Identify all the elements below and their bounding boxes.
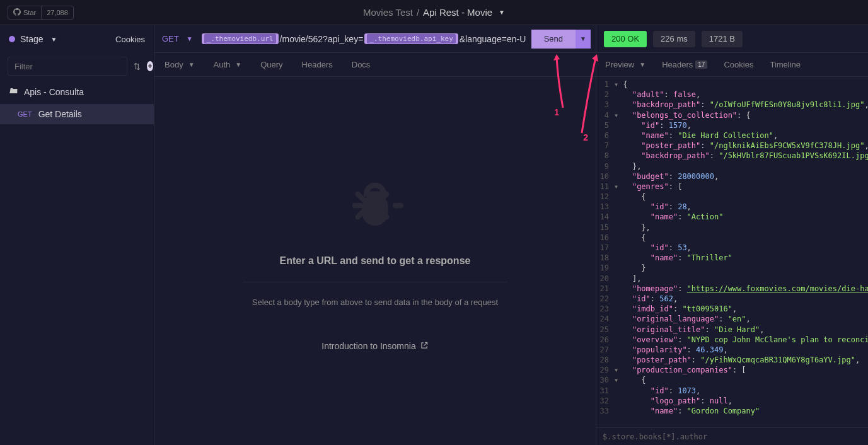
- send-dropdown-button[interactable]: ▼: [576, 30, 591, 49]
- request-panel: GET ▼ _.themoviedb.url/movie/562?api_key…: [154, 25, 596, 445]
- chevron-down-icon: ▼: [639, 61, 645, 68]
- url-input[interactable]: _.themoviedb.url/movie/562?api_key=_.the…: [200, 33, 526, 44]
- top-bar: Star 27,088 Movies Test / Api Rest - Mov…: [0, 0, 868, 25]
- sidebar: Stage ▼ Cookies ⇅ +▼ Apis - Consulta GET…: [0, 25, 154, 445]
- annotation-arrow-2: [577, 54, 602, 136]
- env-variable-chip[interactable]: _.themoviedb.api_key: [364, 33, 458, 44]
- request-tabs: Body ▼ Auth ▼ Query Headers Docs: [154, 53, 596, 77]
- method-selector[interactable]: GET ▼: [162, 34, 200, 43]
- time-badge: 226 ms: [653, 31, 695, 47]
- sort-icon[interactable]: ⇅: [134, 62, 141, 71]
- request-name-label: Get Details: [38, 109, 82, 119]
- tab-preview[interactable]: Preview ▼: [605, 60, 645, 69]
- response-tabs: Preview ▼ Headers 17 Cookies Timeline: [596, 53, 868, 77]
- chevron-down-icon: ▼: [51, 36, 57, 43]
- folder-item[interactable]: Apis - Consulta: [0, 79, 154, 104]
- tab-body[interactable]: Body ▼: [165, 60, 195, 69]
- request-method-label: GET: [18, 110, 32, 118]
- env-variable-chip[interactable]: _.themoviedb.url: [202, 33, 279, 44]
- environment-dot-icon: [9, 36, 15, 42]
- annotation-label-1: 1: [554, 107, 559, 117]
- tab-cookies[interactable]: Cookies: [724, 60, 753, 69]
- chevron-down-icon: ▼: [187, 35, 193, 42]
- tab-query[interactable]: Query: [260, 60, 282, 69]
- tab-headers[interactable]: Headers: [302, 60, 333, 69]
- send-button[interactable]: Send: [531, 30, 576, 49]
- request-body-empty-state: Enter a URL and send to get a response S…: [154, 77, 596, 445]
- folder-open-icon: [9, 86, 19, 98]
- annotation-arrow-1: [545, 54, 570, 111]
- tab-timeline[interactable]: Timeline: [770, 60, 801, 69]
- response-panel: 200 OK 226 ms 1721 B Preview ▼ Headers 1…: [596, 25, 868, 445]
- jsonpath-input[interactable]: $.store.books[*].author: [596, 427, 868, 445]
- annotation-label-2: 2: [583, 132, 588, 142]
- chevron-down-icon: ▼: [188, 61, 195, 68]
- response-body-viewer[interactable]: 1▾ {2 "adult": false,3 "backdrop_path": …: [596, 77, 868, 427]
- breadcrumb-workspace: Movies Test: [363, 7, 413, 18]
- svg-rect-0: [362, 194, 388, 225]
- filter-input[interactable]: [8, 57, 127, 76]
- intro-link[interactable]: Introduction to Insomnia: [321, 341, 428, 352]
- environment-label: Stage: [20, 34, 43, 44]
- github-star-label: Star: [23, 9, 36, 16]
- breadcrumb-request: Api Rest - Movie: [423, 7, 492, 18]
- github-star-button[interactable]: Star 27,088: [8, 6, 74, 20]
- tab-headers[interactable]: Headers 17: [662, 60, 707, 69]
- chevron-down-icon: ▼: [235, 61, 241, 68]
- bug-icon: [340, 171, 410, 240]
- empty-state-subtitle: Select a body type from above to send da…: [252, 298, 498, 307]
- tab-auth[interactable]: Auth ▼: [214, 60, 242, 69]
- breadcrumb[interactable]: Movies Test / Api Rest - Movie ▼: [363, 7, 505, 18]
- size-badge: 1721 B: [702, 31, 743, 47]
- github-icon: [13, 8, 21, 17]
- divider: [243, 282, 507, 282]
- cookies-button[interactable]: Cookies: [115, 35, 145, 44]
- chevron-down-icon: ▼: [499, 9, 505, 16]
- github-star-count: 27,088: [41, 6, 73, 19]
- tab-docs[interactable]: Docs: [352, 60, 371, 69]
- folder-label: Apis - Consulta: [24, 87, 84, 97]
- request-item[interactable]: GET Get Details: [0, 104, 154, 124]
- external-link-icon: [420, 341, 429, 352]
- headers-count-badge: 17: [695, 61, 707, 69]
- status-badge: 200 OK: [604, 31, 647, 47]
- environment-selector[interactable]: Stage ▼: [9, 34, 57, 44]
- empty-state-title: Enter a URL and send to get a response: [280, 255, 471, 267]
